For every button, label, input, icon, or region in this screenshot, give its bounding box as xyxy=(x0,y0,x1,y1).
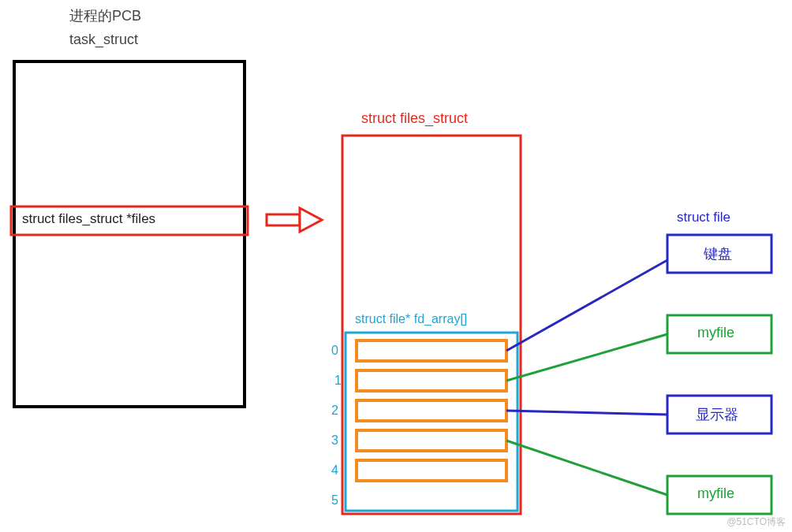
svg-rect-3 xyxy=(357,370,506,391)
svg-rect-2 xyxy=(357,340,506,361)
file-box-3-label: myfile xyxy=(697,485,734,502)
fd-index-4: 4 xyxy=(331,463,338,478)
file-box-1-label: myfile xyxy=(697,325,734,341)
watermark: @51CTO博客 xyxy=(727,515,786,529)
svg-rect-5 xyxy=(357,430,506,451)
fd-array-title: struct file* fd_array[] xyxy=(355,312,467,326)
fd-index-5: 5 xyxy=(331,493,338,508)
task-struct-label: task_struct xyxy=(69,32,138,48)
fd-index-0: 0 xyxy=(331,344,338,358)
svg-rect-0 xyxy=(267,214,300,225)
fd-index-1: 1 xyxy=(334,374,342,388)
svg-line-14 xyxy=(506,441,667,495)
svg-rect-6 xyxy=(357,460,506,481)
diagram-canvas xyxy=(0,0,792,532)
arrow-files-ptr xyxy=(267,208,322,232)
svg-marker-1 xyxy=(300,208,322,232)
svg-line-11 xyxy=(506,260,667,351)
struct-file-title: struct file xyxy=(677,210,730,225)
fd-index-3: 3 xyxy=(331,433,338,448)
svg-line-13 xyxy=(506,411,667,415)
file-box-0-label: 键盘 xyxy=(704,244,732,263)
files-struct-title: struct files_struct xyxy=(361,110,468,127)
file-box-2-label: 显示器 xyxy=(696,405,738,424)
file-boxes xyxy=(667,235,771,514)
fd-index-2: 2 xyxy=(331,404,338,418)
pcb-title: 进程的PCB xyxy=(69,6,141,25)
svg-line-12 xyxy=(506,334,667,381)
fd-array-slots xyxy=(357,340,506,481)
connector-lines xyxy=(506,260,667,495)
files-ptr-text: struct files_struct *files xyxy=(22,211,155,227)
svg-rect-4 xyxy=(357,400,506,421)
